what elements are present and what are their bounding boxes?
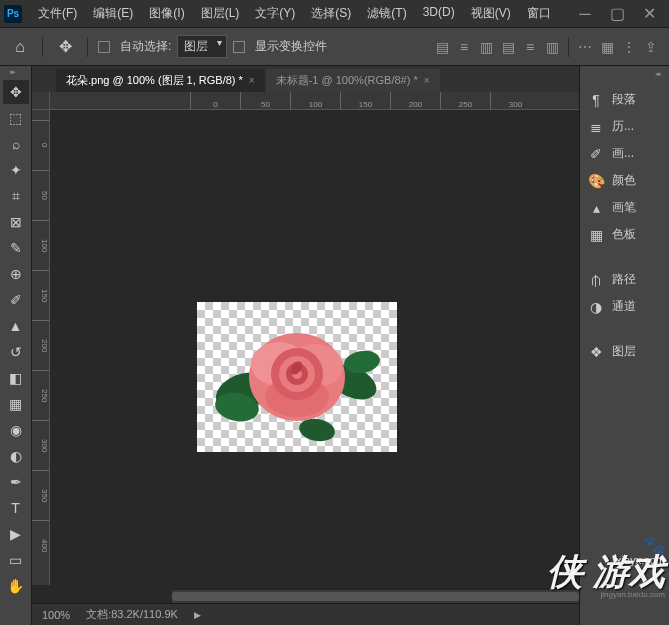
ruler-tick: 200 bbox=[390, 92, 440, 109]
canvas-viewport[interactable]: 0 50 100 150 200 250 300 0 50 100 150 20… bbox=[32, 92, 579, 603]
panel-color[interactable]: 🎨颜色 bbox=[580, 167, 669, 194]
more-icon[interactable]: ⋮ bbox=[619, 37, 639, 57]
show-transform-checkbox[interactable] bbox=[233, 41, 245, 53]
close-icon[interactable]: × bbox=[249, 75, 255, 86]
status-bar: 100% 文档:83.2K/110.9K ▶ bbox=[32, 603, 579, 625]
brush-icon: ✐ bbox=[588, 146, 604, 162]
share-icon[interactable]: ⇪ bbox=[641, 37, 661, 57]
panel-swatches[interactable]: ▦色板 bbox=[580, 221, 669, 248]
eraser-tool[interactable]: ◧ bbox=[3, 366, 29, 390]
panel-brushes[interactable]: ▴画笔 bbox=[580, 194, 669, 221]
menu-layer[interactable]: 图层(L) bbox=[193, 1, 248, 26]
menu-select[interactable]: 选择(S) bbox=[303, 1, 359, 26]
history-brush-tool[interactable]: ↺ bbox=[3, 340, 29, 364]
ruler-tick: 50 bbox=[32, 170, 49, 220]
close-button[interactable]: ✕ bbox=[633, 4, 665, 24]
move-tool-icon[interactable]: ✥ bbox=[53, 35, 77, 59]
ruler-tick: 150 bbox=[340, 92, 390, 109]
watermark-sub: jingyan.baidu.com bbox=[601, 590, 665, 599]
menu-filter[interactable]: 滤镜(T) bbox=[359, 1, 414, 26]
color-icon: 🎨 bbox=[588, 173, 604, 189]
svg-line-13 bbox=[298, 450, 378, 603]
status-chevron-icon[interactable]: ▶ bbox=[194, 610, 201, 620]
gradient-tool[interactable]: ▦ bbox=[3, 392, 29, 416]
panel-label: 路径 bbox=[612, 271, 636, 288]
ruler-tick: 0 bbox=[190, 92, 240, 109]
eyedropper-tool[interactable]: ✎ bbox=[3, 236, 29, 260]
panel-paths[interactable]: ⫛路径 bbox=[580, 266, 669, 293]
panel-channels[interactable]: ◑通道 bbox=[580, 293, 669, 320]
app-logo: Ps bbox=[4, 5, 22, 23]
lasso-tool[interactable]: ⌕ bbox=[3, 132, 29, 156]
panel-history[interactable]: ≣历... bbox=[580, 113, 669, 140]
move-tool[interactable]: ✥ bbox=[3, 80, 29, 104]
menu-window[interactable]: 窗口 bbox=[519, 1, 559, 26]
panel-layers[interactable]: ❖图层 bbox=[580, 338, 669, 365]
panel-label: 画... bbox=[612, 145, 634, 162]
menu-3d[interactable]: 3D(D) bbox=[415, 1, 463, 26]
canvas[interactable] bbox=[197, 302, 397, 452]
healing-tool[interactable]: ⊕ bbox=[3, 262, 29, 286]
blur-tool[interactable]: ◉ bbox=[3, 418, 29, 442]
watermark-url: xiayx.com bbox=[616, 554, 665, 566]
menu-view[interactable]: 视图(V) bbox=[463, 1, 519, 26]
menu-file[interactable]: 文件(F) bbox=[30, 1, 85, 26]
distribute-icon[interactable]: ⋯ bbox=[575, 37, 595, 57]
swatch-icon: ▦ bbox=[588, 227, 604, 243]
watermark: 🐾 xiayx.com 侠 游戏 jingyan.baidu.com bbox=[547, 548, 665, 597]
panel-label: 颜色 bbox=[612, 172, 636, 189]
home-icon[interactable]: ⌂ bbox=[8, 35, 32, 59]
type-tool[interactable]: T bbox=[3, 496, 29, 520]
align-right-icon[interactable]: ▥ bbox=[476, 37, 496, 57]
document-area: 花朵.png @ 100% (图层 1, RGB/8) * × 未标题-1 @ … bbox=[32, 66, 579, 625]
auto-select-dropdown[interactable]: 图层 bbox=[177, 35, 227, 58]
dodge-tool[interactable]: ◐ bbox=[3, 444, 29, 468]
auto-select-checkbox[interactable] bbox=[98, 41, 110, 53]
ruler-tick: 200 bbox=[32, 320, 49, 370]
divider bbox=[568, 37, 569, 57]
align-middle-icon[interactable]: ≡ bbox=[520, 37, 540, 57]
stamp-tool[interactable]: ▲ bbox=[3, 314, 29, 338]
align-center-icon[interactable]: ≡ bbox=[454, 37, 474, 57]
rose-image bbox=[197, 302, 397, 452]
pen-tool[interactable]: ✒ bbox=[3, 470, 29, 494]
zoom-level[interactable]: 100% bbox=[42, 609, 70, 621]
menu-edit[interactable]: 编辑(E) bbox=[85, 1, 141, 26]
close-icon[interactable]: × bbox=[424, 75, 430, 86]
maximize-button[interactable]: ▢ bbox=[601, 4, 633, 24]
3d-icon[interactable]: ▦ bbox=[597, 37, 617, 57]
path-select-tool[interactable]: ▶ bbox=[3, 522, 29, 546]
paw-icon: 🐾 bbox=[643, 534, 665, 556]
window-controls: ─ ▢ ✕ bbox=[569, 4, 665, 24]
magic-wand-tool[interactable]: ✦ bbox=[3, 158, 29, 182]
ruler-tick: 350 bbox=[32, 470, 49, 520]
history-icon: ≣ bbox=[588, 119, 604, 135]
hand-tool[interactable]: ✋ bbox=[3, 574, 29, 598]
panel-paragraph[interactable]: ¶段落 bbox=[580, 86, 669, 113]
panel-brush-presets[interactable]: ✐画... bbox=[580, 140, 669, 167]
tab-label: 花朵.png @ 100% (图层 1, RGB/8) * bbox=[66, 73, 243, 88]
minimize-button[interactable]: ─ bbox=[569, 4, 601, 24]
ruler-tick: 250 bbox=[440, 92, 490, 109]
ruler-tick: 300 bbox=[32, 420, 49, 470]
ruler-tick: 50 bbox=[240, 92, 290, 109]
crop-tool[interactable]: ⌗ bbox=[3, 184, 29, 208]
frame-tool[interactable]: ⊠ bbox=[3, 210, 29, 234]
align-top-icon[interactable]: ▤ bbox=[498, 37, 518, 57]
menu-type[interactable]: 文字(Y) bbox=[247, 1, 303, 26]
paragraph-icon: ¶ bbox=[588, 92, 604, 108]
panel-label: 段落 bbox=[612, 91, 636, 108]
shape-tool[interactable]: ▭ bbox=[3, 548, 29, 572]
marquee-tool[interactable]: ⬚ bbox=[3, 106, 29, 130]
menu-image[interactable]: 图像(I) bbox=[141, 1, 192, 26]
ruler-tick: 0 bbox=[32, 120, 49, 170]
ruler-tick: 250 bbox=[32, 370, 49, 420]
brush-tool[interactable]: ✐ bbox=[3, 288, 29, 312]
brushset-icon: ▴ bbox=[588, 200, 604, 216]
scrollbar-horizontal[interactable] bbox=[172, 589, 579, 603]
align-bottom-icon[interactable]: ▥ bbox=[542, 37, 562, 57]
document-tab-2[interactable]: 未标题-1 @ 100%(RGB/8#) * × bbox=[266, 69, 440, 92]
align-left-icon[interactable]: ▤ bbox=[432, 37, 452, 57]
alignment-controls: ▤ ≡ ▥ ▤ ≡ ▥ ⋯ ▦ ⋮ ⇪ bbox=[432, 37, 661, 57]
document-tab-1[interactable]: 花朵.png @ 100% (图层 1, RGB/8) * × bbox=[56, 69, 265, 92]
